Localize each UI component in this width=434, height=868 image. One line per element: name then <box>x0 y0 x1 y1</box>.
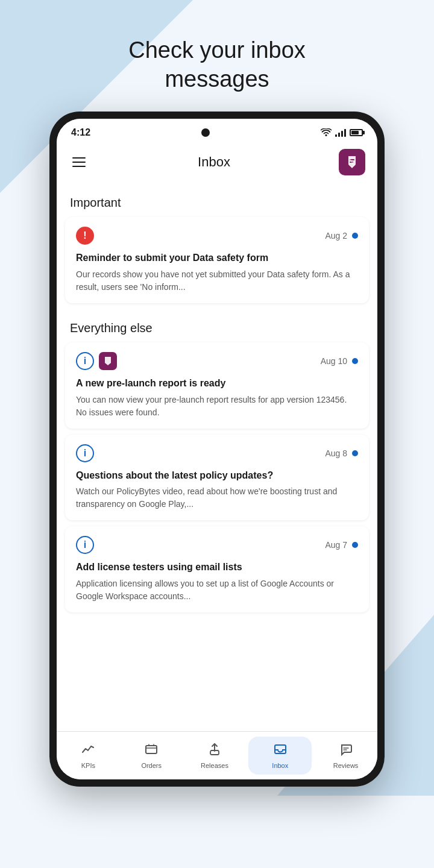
card-icons-1: ! <box>76 227 94 245</box>
svg-rect-2 <box>146 746 157 753</box>
nav-item-reviews[interactable]: Reviews <box>314 732 377 779</box>
nav-label-reviews: Reviews <box>333 762 359 769</box>
unread-dot-4 <box>352 542 358 548</box>
unread-dot-2 <box>352 358 358 364</box>
phone-frame: 4:12 <box>49 112 385 787</box>
svg-point-0 <box>326 134 327 136</box>
card-top-1: ! Aug 2 <box>76 227 358 245</box>
scroll-content: Important ! Aug 2 Reminder to submit you… <box>57 184 377 731</box>
card-date-2: Aug 10 <box>321 356 347 366</box>
info-icon-3: i <box>76 444 94 462</box>
card-body-2: You can now view your pre-launch report … <box>76 394 358 419</box>
menu-button[interactable] <box>69 154 89 171</box>
status-icons <box>321 128 363 137</box>
card-meta-1: Aug 2 <box>325 231 358 241</box>
camera-dot <box>201 128 210 137</box>
battery-icon <box>350 129 363 136</box>
card-body-4: Application licensing allows you to set … <box>76 577 358 603</box>
card-top-3: i Aug 8 <box>76 444 358 462</box>
card-date-4: Aug 7 <box>325 540 347 550</box>
unread-dot-1 <box>352 233 358 239</box>
card-icons-2: i <box>76 352 117 370</box>
card-meta-3: Aug 8 <box>325 448 358 458</box>
message-card-3[interactable]: i Aug 8 Questions about the latest polic… <box>65 435 369 521</box>
info-icon-2: i <box>76 352 94 370</box>
page-title: Check your inboxmessages <box>0 0 434 112</box>
card-top-4: i Aug 7 <box>76 536 358 554</box>
card-title-2: A new pre-launch report is ready <box>76 377 358 390</box>
nav-label-releases: Releases <box>201 762 228 769</box>
card-date-3: Aug 8 <box>325 448 347 458</box>
bottom-nav: KPIs Orders <box>57 731 377 779</box>
app-header: Inbox <box>57 143 377 184</box>
card-title-4: Add license testers using email lists <box>76 561 358 574</box>
phone-screen: 4:12 <box>57 119 377 779</box>
message-card-2[interactable]: i Aug 10 A new pre-launch report is read… <box>65 342 369 429</box>
section-label-important: Important <box>57 184 377 217</box>
card-top-2: i Aug 10 <box>76 352 358 370</box>
card-title-1: Reminder to submit your Data safety form <box>76 252 358 265</box>
card-body-3: Watch our PolicyBytes video, read about … <box>76 485 358 511</box>
app-logo-button[interactable] <box>339 149 365 175</box>
card-body-1: Our records show you have not yet submit… <box>76 268 358 294</box>
kpis-icon <box>81 743 95 760</box>
signal-icon <box>335 128 346 137</box>
status-time: 4:12 <box>71 127 90 138</box>
status-bar: 4:12 <box>57 119 377 143</box>
nav-label-kpis: KPIs <box>81 762 95 769</box>
card-icons-4: i <box>76 536 94 554</box>
card-meta-2: Aug 10 <box>321 356 358 366</box>
reviews-icon <box>339 743 353 760</box>
nav-item-orders[interactable]: Orders <box>120 732 183 779</box>
nav-label-inbox: Inbox <box>272 762 288 769</box>
nav-item-kpis[interactable]: KPIs <box>57 732 120 779</box>
orders-icon <box>145 743 158 760</box>
releases-icon <box>208 743 221 760</box>
card-date-1: Aug 2 <box>325 231 347 241</box>
card-icons-3: i <box>76 444 94 462</box>
nav-item-inbox[interactable]: Inbox <box>248 737 312 775</box>
nav-item-releases[interactable]: Releases <box>183 732 247 779</box>
message-card-4[interactable]: i Aug 7 Add license testers using email … <box>65 526 369 612</box>
app-icon-small <box>99 352 117 370</box>
wifi-icon <box>321 128 332 137</box>
info-icon-4: i <box>76 536 94 554</box>
app-header-title: Inbox <box>198 154 230 170</box>
inbox-icon <box>274 743 287 760</box>
alert-icon: ! <box>76 227 94 245</box>
message-card-1[interactable]: ! Aug 2 Reminder to submit your Data saf… <box>65 217 369 303</box>
nav-label-orders: Orders <box>141 762 162 769</box>
section-label-everything: Everything else <box>57 309 377 342</box>
unread-dot-3 <box>352 450 358 456</box>
card-meta-4: Aug 7 <box>325 540 358 550</box>
card-title-3: Questions about the latest policy update… <box>76 470 358 482</box>
